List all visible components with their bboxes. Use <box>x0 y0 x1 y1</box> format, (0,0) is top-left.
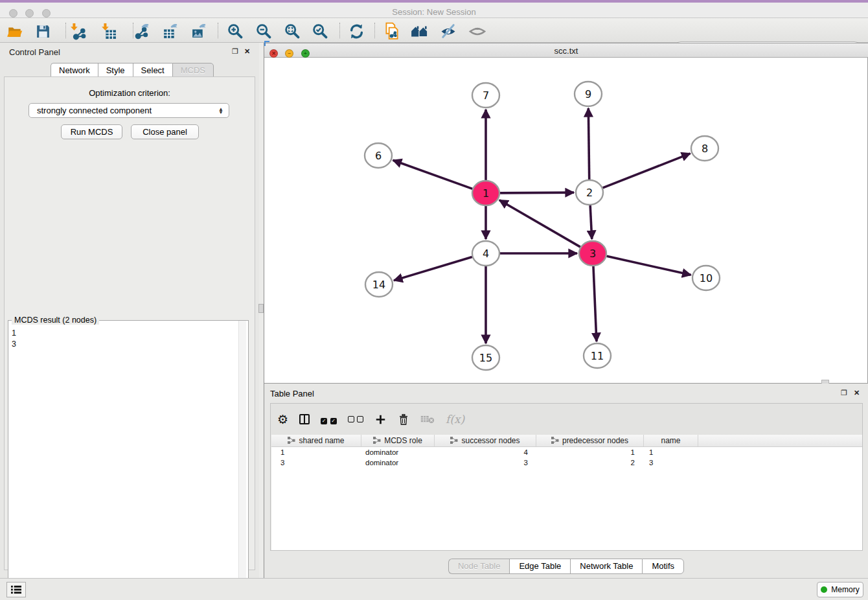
select-stepper-icon: ▲▼ <box>218 108 223 114</box>
focus-corner-marker <box>264 41 269 46</box>
tab-edge-table[interactable]: Edge Table <box>509 559 570 574</box>
table-close-icon[interactable]: ✕ <box>854 389 860 397</box>
node-label-2: 2 <box>586 187 593 199</box>
select-all-icon[interactable]: ✓ ✓ <box>321 413 336 425</box>
hide-network-icon[interactable] <box>439 21 458 41</box>
zoom-in-icon[interactable] <box>225 21 245 41</box>
task-history-button[interactable] <box>6 582 26 597</box>
refresh-icon[interactable] <box>347 21 366 41</box>
edge-3-10[interactable] <box>606 256 691 275</box>
import-table-icon[interactable] <box>98 21 118 41</box>
memory-button[interactable]: Memory <box>817 582 863 597</box>
edge-2-8[interactable] <box>603 154 691 188</box>
status-bar: Memory <box>0 578 868 600</box>
columns-icon[interactable] <box>299 414 310 424</box>
table-panel: Table Panel ❐ ✕ ⚙ ✓ ✓ f(x) shared name <box>264 384 868 578</box>
import-network-icon[interactable] <box>67 21 87 41</box>
deselect-all-icon[interactable] <box>348 413 363 425</box>
run-mcds-button[interactable]: Run MCDS <box>61 124 122 139</box>
table-container: ⚙ ✓ ✓ f(x) shared name MCDS role <box>270 403 863 551</box>
tab-node-table[interactable]: Node Table <box>448 559 510 574</box>
destroy-table-icon[interactable] <box>420 414 435 424</box>
export-table-icon[interactable] <box>161 21 180 41</box>
memory-status-icon <box>821 586 827 593</box>
export-image-icon[interactable] <box>189 21 209 41</box>
table-maximize-icon[interactable]: ❐ <box>841 389 847 397</box>
table-row[interactable]: 1 dominator 4 1 1 <box>271 447 862 457</box>
optimization-criterion-label: Optimization criterion: <box>0 88 259 98</box>
column-type-icon <box>551 437 559 444</box>
minimize-window-button[interactable] <box>25 9 34 17</box>
table-header-row: shared name MCDS role successor nodes pr… <box>271 435 862 447</box>
zoom-out-icon[interactable] <box>254 21 273 41</box>
function-builder-icon[interactable]: f(x) <box>446 413 464 426</box>
toolbar-separator <box>218 23 218 38</box>
network-window-title: scc.txt <box>264 46 868 56</box>
node-label-4: 4 <box>483 248 489 260</box>
session-home-icon[interactable] <box>410 21 429 41</box>
close-window-button[interactable] <box>9 9 17 17</box>
criterion-select[interactable]: strongly connected component ▲▼ <box>29 103 229 118</box>
show-network-icon[interactable] <box>468 21 487 41</box>
gear-icon[interactable]: ⚙ <box>277 412 288 427</box>
open-session-icon[interactable] <box>5 21 25 41</box>
table-row[interactable]: 3 dominator 3 2 3 <box>271 457 862 468</box>
zoom-fit-icon[interactable] <box>282 21 302 41</box>
network-graph[interactable]: 7968124314101511 <box>264 58 867 384</box>
zoom-view-button[interactable]: + <box>301 49 310 58</box>
mcds-result-list: 1 3 <box>12 328 240 350</box>
minimize-view-button[interactable]: − <box>285 49 293 58</box>
splitter-grip[interactable] <box>258 304 264 313</box>
zoom-selected-icon[interactable] <box>310 21 330 41</box>
toolbar-separator <box>65 23 66 38</box>
delete-icon[interactable] <box>398 413 409 426</box>
edge-3-11[interactable] <box>593 266 597 341</box>
node-label-1: 1 <box>483 187 489 200</box>
close-panel-button[interactable]: Close panel <box>131 124 199 139</box>
memory-label: Memory <box>831 585 859 594</box>
node-label-8: 8 <box>702 143 708 155</box>
mcds-result-box <box>8 320 249 600</box>
column-header[interactable]: predecessor nodes <box>536 435 644 446</box>
column-type-icon <box>450 437 458 444</box>
node-label-9: 9 <box>585 88 591 100</box>
close-view-button[interactable]: ✕ <box>269 49 278 58</box>
clone-network-icon[interactable] <box>382 21 402 41</box>
result-scrollbar[interactable] <box>238 321 246 600</box>
node-label-6: 6 <box>375 150 382 162</box>
export-network-icon[interactable] <box>132 21 152 41</box>
result-line: 3 <box>12 339 240 350</box>
save-session-icon[interactable] <box>33 21 52 41</box>
column-header[interactable]: name <box>644 435 698 446</box>
node-label-14: 14 <box>372 279 385 291</box>
result-line: 1 <box>12 328 240 339</box>
window-title: Session: New Session <box>0 7 868 17</box>
criterion-value: strongly connected component <box>37 106 152 115</box>
column-header[interactable]: MCDS role <box>361 435 435 446</box>
edge-1-6[interactable] <box>393 160 473 189</box>
column-type-icon <box>288 437 295 444</box>
table-toolbar: ⚙ ✓ ✓ f(x) <box>277 409 464 430</box>
edge-2-9[interactable] <box>588 108 589 179</box>
network-window-titlebar: scc.txt ✕ − + <box>264 43 868 58</box>
tab-network-table[interactable]: Network Table <box>570 559 642 574</box>
column-type-icon <box>373 437 381 444</box>
node-table: shared name MCDS role successor nodes pr… <box>271 435 862 550</box>
main-titlebar: Session: New Session <box>0 3 868 18</box>
mcds-result-title: MCDS result (2 nodes) <box>12 316 99 325</box>
edge-1-2[interactable] <box>500 192 574 193</box>
node-label-11: 11 <box>591 350 604 362</box>
panel-maximize-icon[interactable]: ❐ <box>232 47 238 56</box>
edge-4-14[interactable] <box>394 257 472 281</box>
control-panel-title: Control Panel <box>9 47 60 57</box>
main-toolbar <box>0 18 868 43</box>
edge-2-3[interactable] <box>590 205 592 239</box>
list-icon <box>10 584 23 595</box>
edge-3-1[interactable] <box>499 200 580 247</box>
panel-close-icon[interactable]: ✕ <box>244 47 250 56</box>
tab-motifs[interactable]: Motifs <box>642 559 684 574</box>
zoom-window-button[interactable] <box>42 9 51 17</box>
column-header[interactable]: shared name <box>271 435 361 446</box>
add-icon[interactable] <box>374 413 387 426</box>
column-header[interactable]: successor nodes <box>435 435 536 446</box>
